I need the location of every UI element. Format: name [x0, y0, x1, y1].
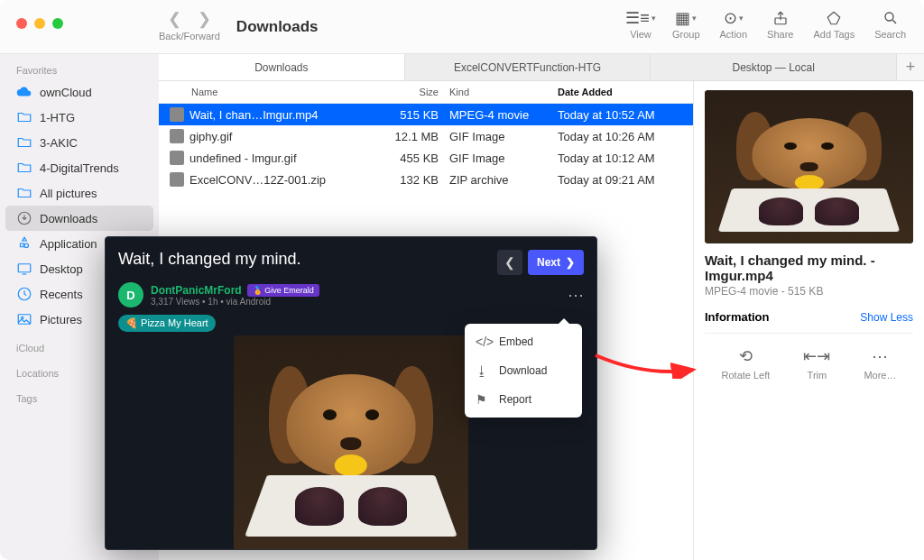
maximize-window-icon[interactable] [52, 18, 63, 29]
column-headers[interactable]: Name Size Kind Date Added [159, 81, 693, 104]
sidebar-item-1-htg[interactable]: 1-HTG [0, 105, 159, 130]
back-icon[interactable]: ❮ [168, 9, 181, 29]
imgur-tag[interactable]: 🍕 Pizza My Heart [118, 315, 216, 332]
tab-downloads[interactable]: Downloads [159, 54, 405, 80]
sidebar-item-3-akic[interactable]: 3-AKIC [0, 130, 159, 155]
sidebar-item-owncloud[interactable]: ownCloud [0, 79, 159, 105]
imgur-more-button[interactable]: ⋯ [568, 285, 584, 305]
download-icon: ⭳ [476, 363, 490, 378]
tab-desktop-local[interactable]: Desktop — Local [651, 54, 897, 80]
imgur-next-button[interactable]: Next❯ [528, 250, 584, 275]
preview-subtitle: MPEG-4 movie - 515 KB [705, 285, 913, 298]
file-size: 455 KB [372, 151, 449, 165]
file-icon [170, 107, 184, 122]
sidebar-item-label: All pictures [40, 187, 97, 200]
download-circle-icon [16, 210, 32, 226]
tab-excelconvertfunction-htg[interactable]: ExcelCONVERTFunction-HTG [405, 54, 651, 80]
imgur-username[interactable]: DontPanicMrFord [151, 284, 242, 297]
group-button[interactable]: ▦▾ Group [672, 9, 700, 53]
file-date: Today at 09:21 AM [558, 173, 693, 187]
sidebar-section-favorites: Favorites [0, 54, 159, 79]
imgur-post-media[interactable] [234, 335, 468, 550]
file-date: Today at 10:52 AM [558, 108, 693, 122]
tag-icon [822, 9, 845, 27]
file-size: 515 KB [372, 108, 449, 122]
sidebar-item-label: 1-HTG [40, 111, 75, 124]
svg-rect-3 [18, 264, 31, 272]
list-icon: ☰≡▾ [629, 9, 652, 27]
more-icon: ⋯ [872, 346, 888, 366]
nav-label: Back/Forward [159, 31, 220, 41]
file-row[interactable]: undefined - Imgur.gif 455 KB GIF Image T… [159, 147, 693, 169]
sidebar-item-label: 3-AKIC [40, 136, 78, 150]
file-row[interactable]: ExcelCONV…12Z-001.zip 132 KB ZIP archive… [159, 169, 693, 190]
folder-icon [16, 160, 32, 176]
sidebar-item-downloads[interactable]: Downloads [5, 206, 153, 231]
sidebar-item-label: Recents [40, 288, 83, 301]
file-size: 12.1 MB [372, 130, 449, 143]
file-name: Wait, I chan…Imgur.mp4 [189, 108, 319, 122]
file-name: ExcelCONV…12Z-001.zip [189, 173, 326, 187]
window-traffic-lights[interactable] [0, 0, 159, 53]
minimize-window-icon[interactable] [34, 18, 45, 29]
apps-icon [16, 235, 32, 252]
trim-button[interactable]: ⇤⇥Trim [803, 346, 830, 381]
file-size: 132 KB [372, 173, 449, 187]
view-button[interactable]: ☰≡▾ View [629, 9, 652, 53]
share-button[interactable]: Share [767, 9, 793, 53]
col-kind[interactable]: Kind [449, 87, 558, 97]
embed-menu-item[interactable]: </>Embed [465, 327, 582, 356]
file-icon [170, 172, 184, 187]
page-title: Downloads [220, 0, 629, 53]
sidebar-item-label: Downloads [40, 212, 97, 225]
new-tab-button[interactable]: + [897, 54, 924, 80]
share-icon [769, 9, 792, 27]
desktop-icon [16, 261, 32, 277]
more-button[interactable]: ⋯More… [864, 346, 896, 381]
sidebar-item-label: Application [40, 237, 97, 251]
file-icon [170, 129, 184, 143]
file-row[interactable]: giphy.gif 12.1 MB GIF Image Today at 10:… [159, 125, 693, 147]
search-button[interactable]: Search [874, 9, 906, 53]
close-window-icon[interactable] [16, 18, 27, 29]
nav-back-forward[interactable]: ❮ ❯ Back/Forward [159, 0, 220, 53]
forward-icon[interactable]: ❯ [198, 9, 211, 29]
imgur-prev-button[interactable]: ❮ [497, 250, 522, 275]
file-kind: GIF Image [449, 151, 558, 165]
col-name[interactable]: Name [159, 87, 372, 97]
show-less-button[interactable]: Show Less [860, 311, 913, 324]
preview-thumbnail[interactable] [705, 90, 913, 243]
download-menu-item[interactable]: ⭳Download [465, 356, 582, 385]
chevron-right-icon: ❯ [566, 256, 575, 269]
sidebar-item-all-pictures[interactable]: All pictures [0, 180, 159, 206]
folder-icon [16, 185, 32, 201]
col-date[interactable]: Date Added [558, 87, 693, 97]
file-icon [170, 151, 184, 165]
file-row[interactable]: Wait, I chan…Imgur.mp4 515 KB MPEG-4 mov… [159, 104, 693, 125]
sidebar-item-label: Pictures [40, 313, 82, 326]
action-button[interactable]: ⊙▾ Action [720, 9, 748, 53]
rotate-left-button[interactable]: ⟲Rotate Left [722, 346, 771, 381]
file-kind: ZIP archive [449, 173, 558, 187]
preview-title: Wait, I changed my mind. - Imgur.mp4 [705, 252, 913, 283]
folder-icon [16, 109, 32, 125]
give-emerald-button[interactable]: 🏅 Give Emerald [247, 284, 319, 297]
action-icon: ⊙▾ [722, 9, 745, 27]
svg-point-1 [885, 13, 893, 21]
trim-icon: ⇤⇥ [803, 346, 830, 366]
col-size[interactable]: Size [372, 87, 449, 97]
grid-icon: ▦▾ [674, 9, 698, 27]
report-menu-item[interactable]: ⚑Report [465, 385, 582, 414]
file-kind: GIF Image [449, 130, 558, 143]
sidebar-item-label: Desktop [40, 262, 83, 276]
embed-icon: </> [476, 335, 490, 349]
add-tags-button[interactable]: Add Tags [813, 9, 855, 53]
rotate-icon: ⟲ [739, 346, 753, 366]
imgur-user-sub: 3,317 Views • 1h • via Android [151, 297, 319, 307]
file-date: Today at 10:12 AM [558, 151, 693, 165]
image-icon [16, 311, 32, 327]
file-name: undefined - Imgur.gif [189, 151, 297, 165]
avatar[interactable]: D [118, 282, 143, 308]
sidebar-item-4-digitaltrends[interactable]: 4-DigitalTrends [0, 155, 159, 180]
report-icon: ⚑ [476, 392, 490, 407]
